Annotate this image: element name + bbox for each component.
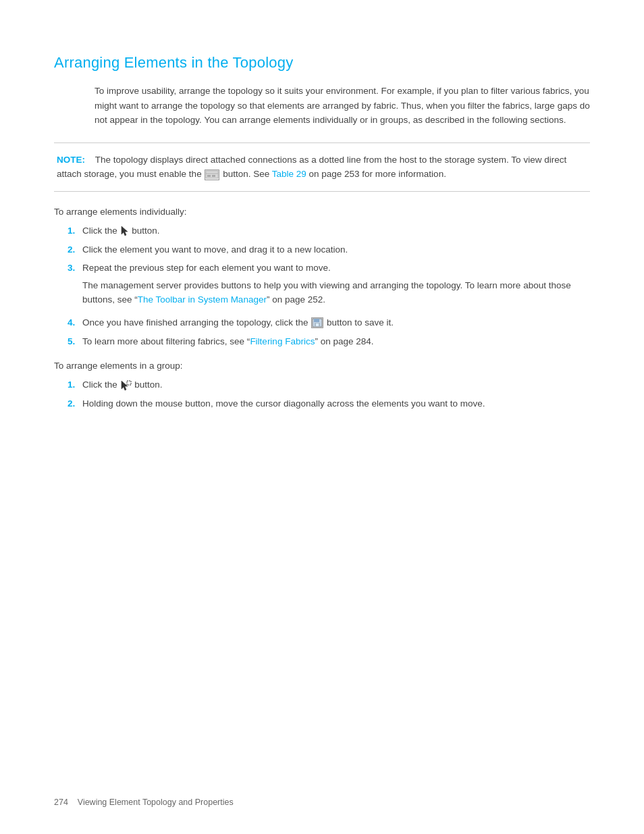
filtering-fabrics-link[interactable]: Filtering Fabrics (250, 336, 315, 346)
page-footer: 274 Viewing Element Topology and Propert… (54, 798, 234, 807)
step-4-content: Once you have finished arranging the top… (82, 315, 590, 330)
group-step-number-2: 2. (68, 396, 82, 411)
svg-rect-3 (212, 175, 215, 177)
step-number-1: 1. (68, 224, 82, 238)
svg-rect-6 (314, 319, 319, 322)
individual-subtitle: To arrange elements individually: (54, 207, 590, 217)
individual-steps-list: 1. Click the button. 2. Click the elemen… (68, 224, 590, 348)
group-step-2-content: Holding down the mouse button, move the … (82, 396, 590, 411)
toolbar-icon (205, 170, 219, 180)
step-5-content: To learn more about filtering fabrics, s… (82, 334, 590, 349)
svg-marker-4 (122, 226, 128, 236)
save-icon (311, 317, 323, 328)
page-container: Arranging Elements in the Topology To im… (0, 0, 644, 834)
svg-rect-8 (316, 323, 319, 326)
table-29-link[interactable]: Table 29 (272, 169, 306, 179)
step-1-individual: 1. Click the button. (68, 224, 590, 238)
group-select-icon (121, 380, 132, 391)
step-3-individual: 3. Repeat the previous step for each ele… (68, 261, 590, 311)
sub-note: The management server provides buttons t… (82, 278, 590, 307)
step-1-group: 1. Click the button. (68, 377, 590, 392)
step-2-individual: 2. Click the element you want to move, a… (68, 242, 590, 257)
note-box: NOTE: The topology displays direct attac… (54, 142, 590, 192)
svg-rect-2 (207, 175, 211, 177)
svg-rect-10 (127, 381, 131, 385)
group-subtitle: To arrange elements in a group: (54, 361, 590, 371)
footer-page-number: 274 (54, 798, 68, 807)
group-step-1-content: Click the button. (82, 377, 590, 392)
step-2-group: 2. Holding down the mouse button, move t… (68, 396, 590, 411)
note-text: The topology displays direct attached co… (57, 155, 566, 180)
note-label: NOTE: (57, 155, 85, 165)
cursor-icon (121, 226, 129, 236)
group-steps-list: 1. Click the button. 2. Holding down the… (68, 377, 590, 411)
step-5-individual: 5. To learn more about filtering fabrics… (68, 334, 590, 349)
step-2-content: Click the element you want to move, and … (82, 242, 590, 257)
svg-rect-0 (206, 171, 218, 178)
group-step-number-1: 1. (68, 377, 82, 392)
step-1-content: Click the button. (82, 224, 590, 238)
step-number-2: 2. (68, 242, 82, 257)
intro-paragraph: To improve usability, arrange the topolo… (95, 84, 590, 128)
step-number-4: 4. (68, 315, 82, 330)
section-title: Arranging Elements in the Topology (54, 54, 590, 72)
note-content: NOTE: The topology displays direct attac… (54, 153, 590, 182)
toolbar-link[interactable]: The Toolbar in System Manager (138, 294, 267, 305)
step-4-individual: 4. Once you have finished arranging the … (68, 315, 590, 330)
footer-title: Viewing Element Topology and Properties (78, 798, 234, 807)
step-number-3: 3. (68, 261, 82, 276)
step-number-5: 5. (68, 334, 82, 349)
step-3-content: Repeat the previous step for each elemen… (82, 261, 590, 311)
